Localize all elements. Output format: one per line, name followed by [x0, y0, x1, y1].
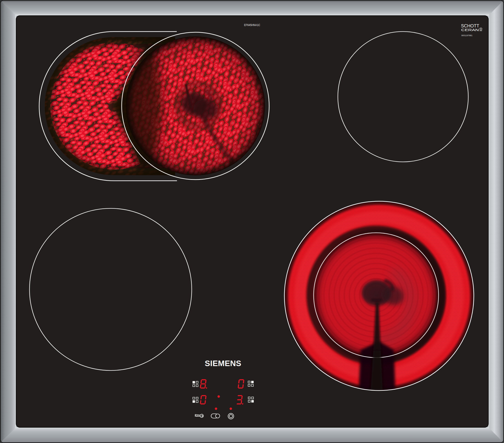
svg-text:9001197881: 9001197881	[461, 34, 472, 37]
svg-text:R: R	[480, 28, 482, 30]
svg-text:EF645HNA1C: EF645HNA1C	[244, 23, 260, 27]
svg-text:SIEMENS: SIEMENS	[205, 359, 241, 368]
svg-text:CERAN: CERAN	[461, 28, 479, 32]
